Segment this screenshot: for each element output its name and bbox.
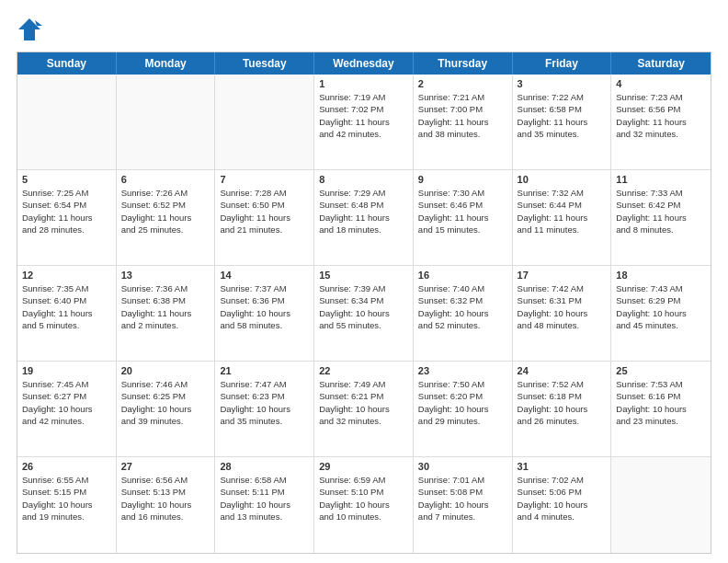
cell-text: Sunset: 5:06 PM: [518, 486, 607, 498]
day-cell-12: 12Sunrise: 7:35 AMSunset: 6:40 PMDayligh…: [17, 266, 117, 361]
cell-text: Daylight: 10 hours: [220, 307, 309, 319]
calendar-row-4: 19Sunrise: 7:45 AMSunset: 6:27 PMDayligh…: [17, 362, 711, 457]
cell-text: Sunset: 6:21 PM: [319, 390, 408, 402]
cell-text: Sunset: 6:58 PM: [518, 103, 607, 115]
cell-text: and 19 minutes.: [22, 511, 111, 523]
cell-text: Sunrise: 7:43 AM: [616, 282, 706, 294]
cell-text: Sunrise: 6:55 AM: [22, 474, 111, 486]
day-number: 24: [518, 365, 607, 376]
header-day-monday: Monday: [117, 52, 216, 75]
cell-text: Sunrise: 7:26 AM: [121, 187, 210, 199]
cell-text: Daylight: 10 hours: [518, 307, 607, 319]
cell-text: Sunrise: 7:23 AM: [616, 91, 706, 103]
calendar: SundayMondayTuesdayWednesdayThursdayFrid…: [17, 52, 711, 554]
day-number: 7: [220, 174, 309, 185]
cell-text: Daylight: 10 hours: [418, 307, 507, 319]
day-cell-8: 8Sunrise: 7:29 AMSunset: 6:48 PMDaylight…: [314, 170, 414, 265]
cell-text: and 26 minutes.: [518, 415, 607, 427]
day-cell-13: 13Sunrise: 7:36 AMSunset: 6:38 PMDayligh…: [117, 266, 216, 361]
day-number: 8: [319, 174, 408, 185]
cell-text: Sunrise: 7:37 AM: [220, 282, 309, 294]
cell-text: Sunset: 6:25 PM: [121, 390, 210, 402]
cell-text: and 16 minutes.: [121, 511, 210, 523]
day-number: 26: [22, 461, 111, 472]
cell-text: and 28 minutes.: [22, 224, 111, 236]
cell-text: Sunset: 6:56 PM: [616, 103, 706, 115]
cell-text: Daylight: 10 hours: [319, 403, 408, 415]
cell-text: Sunset: 6:38 PM: [121, 294, 210, 306]
header-day-friday: Friday: [513, 52, 612, 75]
empty-cell: [611, 457, 711, 553]
cell-text: and 45 minutes.: [616, 319, 706, 331]
cell-text: Daylight: 11 hours: [418, 212, 507, 224]
cell-text: and 10 minutes.: [319, 511, 408, 523]
cell-text: Sunrise: 7:46 AM: [121, 378, 210, 390]
header-day-tuesday: Tuesday: [215, 52, 314, 75]
day-number: 12: [22, 270, 111, 281]
cell-text: Daylight: 10 hours: [22, 499, 111, 511]
cell-text: Sunset: 6:29 PM: [616, 294, 706, 306]
day-cell-29: 29Sunrise: 6:59 AMSunset: 5:10 PMDayligh…: [314, 457, 414, 553]
cell-text: Daylight: 10 hours: [220, 403, 309, 415]
cell-text: Sunset: 6:18 PM: [518, 390, 607, 402]
day-number: 17: [518, 270, 607, 281]
cell-text: Sunrise: 7:02 AM: [518, 474, 607, 486]
day-cell-19: 19Sunrise: 7:45 AMSunset: 6:27 PMDayligh…: [17, 362, 117, 456]
day-cell-7: 7Sunrise: 7:28 AMSunset: 6:50 PMDaylight…: [215, 170, 314, 265]
day-cell-20: 20Sunrise: 7:46 AMSunset: 6:25 PMDayligh…: [117, 362, 216, 456]
day-number: 5: [22, 174, 111, 185]
cell-text: Daylight: 10 hours: [616, 403, 706, 415]
cell-text: and 8 minutes.: [616, 224, 706, 236]
cell-text: Daylight: 11 hours: [22, 212, 111, 224]
day-number: 10: [518, 174, 607, 185]
day-number: 27: [121, 461, 210, 472]
day-cell-25: 25Sunrise: 7:53 AMSunset: 6:16 PMDayligh…: [611, 362, 711, 456]
cell-text: Sunrise: 7:21 AM: [418, 91, 507, 103]
cell-text: Sunrise: 7:53 AM: [616, 378, 706, 390]
cell-text: Daylight: 10 hours: [319, 499, 408, 511]
cell-text: Sunrise: 7:52 AM: [518, 378, 607, 390]
cell-text: Sunrise: 7:39 AM: [319, 282, 408, 294]
empty-cell: [17, 75, 117, 169]
cell-text: Sunset: 6:54 PM: [22, 199, 111, 211]
cell-text: and 13 minutes.: [220, 511, 309, 523]
cell-text: and 5 minutes.: [22, 319, 111, 331]
day-cell-31: 31Sunrise: 7:02 AMSunset: 5:06 PMDayligh…: [513, 457, 612, 553]
day-cell-17: 17Sunrise: 7:42 AMSunset: 6:31 PMDayligh…: [513, 266, 612, 361]
cell-text: and 29 minutes.: [418, 415, 507, 427]
cell-text: Sunrise: 7:25 AM: [22, 187, 111, 199]
cell-text: Sunset: 5:13 PM: [121, 486, 210, 498]
cell-text: Daylight: 10 hours: [22, 403, 111, 415]
calendar-body: 1Sunrise: 7:19 AMSunset: 7:02 PMDaylight…: [17, 75, 711, 553]
cell-text: Sunset: 6:31 PM: [518, 294, 607, 306]
cell-text: Sunrise: 7:28 AM: [220, 187, 309, 199]
cell-text: and 35 minutes.: [220, 415, 309, 427]
day-cell-4: 4Sunrise: 7:23 AMSunset: 6:56 PMDaylight…: [611, 75, 711, 169]
day-number: 14: [220, 270, 309, 281]
day-number: 16: [418, 270, 507, 281]
cell-text: Sunset: 6:36 PM: [220, 294, 309, 306]
day-cell-9: 9Sunrise: 7:30 AMSunset: 6:46 PMDaylight…: [414, 170, 513, 265]
cell-text: Sunrise: 7:42 AM: [518, 282, 607, 294]
cell-text: Daylight: 10 hours: [319, 307, 408, 319]
cell-text: Sunrise: 7:49 AM: [319, 378, 408, 390]
calendar-row-1: 1Sunrise: 7:19 AMSunset: 7:02 PMDaylight…: [17, 75, 711, 170]
cell-text: Daylight: 11 hours: [518, 212, 607, 224]
cell-text: Daylight: 11 hours: [616, 116, 706, 128]
cell-text: Daylight: 10 hours: [616, 307, 706, 319]
cell-text: and 18 minutes.: [319, 224, 408, 236]
cell-text: Sunrise: 7:19 AM: [319, 91, 408, 103]
cell-text: Sunrise: 6:59 AM: [319, 474, 408, 486]
cell-text: Sunrise: 7:01 AM: [418, 474, 507, 486]
day-number: 18: [616, 270, 706, 281]
cell-text: Sunset: 6:23 PM: [220, 390, 309, 402]
day-cell-2: 2Sunrise: 7:21 AMSunset: 7:00 PMDaylight…: [414, 75, 513, 169]
cell-text: and 11 minutes.: [518, 224, 607, 236]
calendar-row-5: 26Sunrise: 6:55 AMSunset: 5:15 PMDayligh…: [17, 457, 711, 553]
cell-text: Sunset: 6:20 PM: [418, 390, 507, 402]
day-number: 4: [616, 78, 706, 89]
day-number: 3: [518, 78, 607, 89]
header-day-sunday: Sunday: [17, 52, 117, 75]
cell-text: Daylight: 11 hours: [121, 212, 210, 224]
cell-text: Daylight: 10 hours: [418, 403, 507, 415]
